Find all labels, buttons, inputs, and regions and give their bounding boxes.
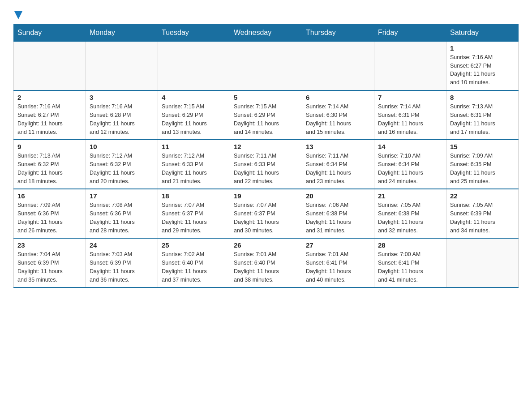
calendar-cell: [230, 41, 302, 90]
calendar-cell: 11Sunrise: 7:12 AM Sunset: 6:33 PM Dayli…: [158, 140, 230, 189]
day-info: Sunrise: 7:00 AM Sunset: 6:41 PM Dayligh…: [378, 250, 442, 284]
calendar-week-row: 16Sunrise: 7:09 AM Sunset: 6:36 PM Dayli…: [14, 189, 519, 238]
calendar-week-row: 23Sunrise: 7:04 AM Sunset: 6:39 PM Dayli…: [14, 238, 519, 287]
day-info: Sunrise: 7:11 AM Sunset: 6:33 PM Dayligh…: [234, 152, 298, 185]
day-info: Sunrise: 7:09 AM Sunset: 6:35 PM Dayligh…: [450, 152, 515, 185]
day-info: Sunrise: 7:01 AM Sunset: 6:40 PM Dayligh…: [234, 250, 298, 284]
calendar-cell: 16Sunrise: 7:09 AM Sunset: 6:36 PM Dayli…: [14, 189, 86, 238]
calendar-table: SundayMondayTuesdayWednesdayThursdayFrid…: [13, 24, 519, 288]
day-number: 19: [234, 192, 298, 200]
weekday-header-wednesday: Wednesday: [230, 24, 302, 41]
calendar-week-row: 1Sunrise: 7:16 AM Sunset: 6:27 PM Daylig…: [14, 41, 519, 90]
calendar-cell: 17Sunrise: 7:08 AM Sunset: 6:36 PM Dayli…: [86, 189, 158, 238]
logo-triangle-icon: [14, 11, 22, 19]
calendar-cell: 9Sunrise: 7:13 AM Sunset: 6:32 PM Daylig…: [14, 140, 86, 189]
svg-marker-0: [14, 11, 22, 19]
day-number: 16: [17, 192, 82, 200]
day-number: 13: [306, 143, 370, 150]
calendar-cell: 2Sunrise: 7:16 AM Sunset: 6:27 PM Daylig…: [14, 90, 86, 140]
day-number: 7: [378, 94, 442, 101]
calendar-cell: [302, 41, 374, 90]
calendar-cell: 25Sunrise: 7:02 AM Sunset: 6:40 PM Dayli…: [158, 238, 230, 287]
weekday-header-monday: Monday: [86, 24, 158, 41]
day-number: 26: [234, 241, 298, 249]
day-info: Sunrise: 7:08 AM Sunset: 6:36 PM Dayligh…: [90, 201, 154, 235]
weekday-header-thursday: Thursday: [302, 24, 374, 41]
day-info: Sunrise: 7:12 AM Sunset: 6:33 PM Dayligh…: [162, 152, 226, 185]
day-number: 22: [450, 192, 515, 200]
calendar-cell: 7Sunrise: 7:14 AM Sunset: 6:31 PM Daylig…: [374, 90, 446, 140]
day-info: Sunrise: 7:05 AM Sunset: 6:39 PM Dayligh…: [450, 201, 515, 235]
day-info: Sunrise: 7:09 AM Sunset: 6:36 PM Dayligh…: [17, 201, 82, 235]
calendar-cell: 18Sunrise: 7:07 AM Sunset: 6:37 PM Dayli…: [158, 189, 230, 238]
calendar-cell: 28Sunrise: 7:00 AM Sunset: 6:41 PM Dayli…: [374, 238, 446, 287]
day-info: Sunrise: 7:03 AM Sunset: 6:39 PM Dayligh…: [90, 250, 154, 284]
page-header: [13, 9, 519, 19]
calendar-body: 1Sunrise: 7:16 AM Sunset: 6:27 PM Daylig…: [14, 41, 519, 287]
calendar-cell: 21Sunrise: 7:05 AM Sunset: 6:38 PM Dayli…: [374, 189, 446, 238]
calendar-cell: 27Sunrise: 7:01 AM Sunset: 6:41 PM Dayli…: [302, 238, 374, 287]
day-number: 20: [306, 192, 370, 200]
calendar-cell: 22Sunrise: 7:05 AM Sunset: 6:39 PM Dayli…: [446, 189, 519, 238]
calendar-cell: 20Sunrise: 7:06 AM Sunset: 6:38 PM Dayli…: [302, 189, 374, 238]
day-number: 15: [450, 143, 515, 150]
day-number: 17: [90, 192, 154, 200]
day-number: 27: [306, 241, 370, 249]
day-number: 2: [17, 94, 82, 101]
day-info: Sunrise: 7:04 AM Sunset: 6:39 PM Dayligh…: [17, 250, 82, 284]
day-info: Sunrise: 7:06 AM Sunset: 6:38 PM Dayligh…: [306, 201, 370, 235]
calendar-cell: [14, 41, 86, 90]
calendar-cell: 19Sunrise: 7:07 AM Sunset: 6:37 PM Dayli…: [230, 189, 302, 238]
day-info: Sunrise: 7:14 AM Sunset: 6:30 PM Dayligh…: [306, 103, 370, 136]
day-number: 11: [162, 143, 226, 150]
day-info: Sunrise: 7:13 AM Sunset: 6:32 PM Dayligh…: [17, 152, 82, 185]
weekday-header-tuesday: Tuesday: [158, 24, 230, 41]
day-info: Sunrise: 7:16 AM Sunset: 6:27 PM Dayligh…: [17, 103, 82, 136]
day-number: 28: [378, 241, 442, 249]
weekday-header-row: SundayMondayTuesdayWednesdayThursdayFrid…: [14, 24, 519, 41]
weekday-header-friday: Friday: [374, 24, 446, 41]
day-number: 6: [306, 94, 370, 101]
day-number: 23: [17, 241, 82, 249]
day-number: 4: [162, 94, 226, 101]
calendar-cell: 1Sunrise: 7:16 AM Sunset: 6:27 PM Daylig…: [446, 41, 519, 90]
calendar-cell: 15Sunrise: 7:09 AM Sunset: 6:35 PM Dayli…: [446, 140, 519, 189]
day-number: 5: [234, 94, 298, 101]
calendar-cell: [86, 41, 158, 90]
calendar-cell: 13Sunrise: 7:11 AM Sunset: 6:34 PM Dayli…: [302, 140, 374, 189]
day-info: Sunrise: 7:16 AM Sunset: 6:28 PM Dayligh…: [90, 103, 154, 136]
day-info: Sunrise: 7:02 AM Sunset: 6:40 PM Dayligh…: [162, 250, 226, 284]
day-info: Sunrise: 7:07 AM Sunset: 6:37 PM Dayligh…: [234, 201, 298, 235]
day-number: 18: [162, 192, 226, 200]
day-info: Sunrise: 7:13 AM Sunset: 6:31 PM Dayligh…: [450, 103, 515, 136]
calendar-cell: 24Sunrise: 7:03 AM Sunset: 6:39 PM Dayli…: [86, 238, 158, 287]
day-info: Sunrise: 7:05 AM Sunset: 6:38 PM Dayligh…: [378, 201, 442, 235]
day-number: 12: [234, 143, 298, 150]
calendar-cell: [374, 41, 446, 90]
calendar-cell: [446, 238, 519, 287]
calendar-cell: 12Sunrise: 7:11 AM Sunset: 6:33 PM Dayli…: [230, 140, 302, 189]
calendar-week-row: 2Sunrise: 7:16 AM Sunset: 6:27 PM Daylig…: [14, 90, 519, 140]
day-number: 8: [450, 94, 515, 101]
calendar-cell: 8Sunrise: 7:13 AM Sunset: 6:31 PM Daylig…: [446, 90, 519, 140]
day-info: Sunrise: 7:15 AM Sunset: 6:29 PM Dayligh…: [234, 103, 298, 136]
day-info: Sunrise: 7:15 AM Sunset: 6:29 PM Dayligh…: [162, 103, 226, 136]
weekday-header-saturday: Saturday: [446, 24, 519, 41]
day-number: 1: [450, 44, 515, 52]
day-info: Sunrise: 7:14 AM Sunset: 6:31 PM Dayligh…: [378, 103, 442, 136]
calendar-cell: 3Sunrise: 7:16 AM Sunset: 6:28 PM Daylig…: [86, 90, 158, 140]
calendar-header: SundayMondayTuesdayWednesdayThursdayFrid…: [14, 24, 519, 41]
calendar-cell: 26Sunrise: 7:01 AM Sunset: 6:40 PM Dayli…: [230, 238, 302, 287]
weekday-header-sunday: Sunday: [14, 24, 86, 41]
day-number: 9: [17, 143, 82, 150]
logo: [13, 9, 22, 19]
calendar-cell: 23Sunrise: 7:04 AM Sunset: 6:39 PM Dayli…: [14, 238, 86, 287]
day-number: 10: [90, 143, 154, 150]
day-number: 3: [90, 94, 154, 101]
day-number: 21: [378, 192, 442, 200]
day-info: Sunrise: 7:11 AM Sunset: 6:34 PM Dayligh…: [306, 152, 370, 185]
day-info: Sunrise: 7:12 AM Sunset: 6:32 PM Dayligh…: [90, 152, 154, 185]
calendar-cell: 6Sunrise: 7:14 AM Sunset: 6:30 PM Daylig…: [302, 90, 374, 140]
calendar-cell: 5Sunrise: 7:15 AM Sunset: 6:29 PM Daylig…: [230, 90, 302, 140]
day-number: 24: [90, 241, 154, 249]
